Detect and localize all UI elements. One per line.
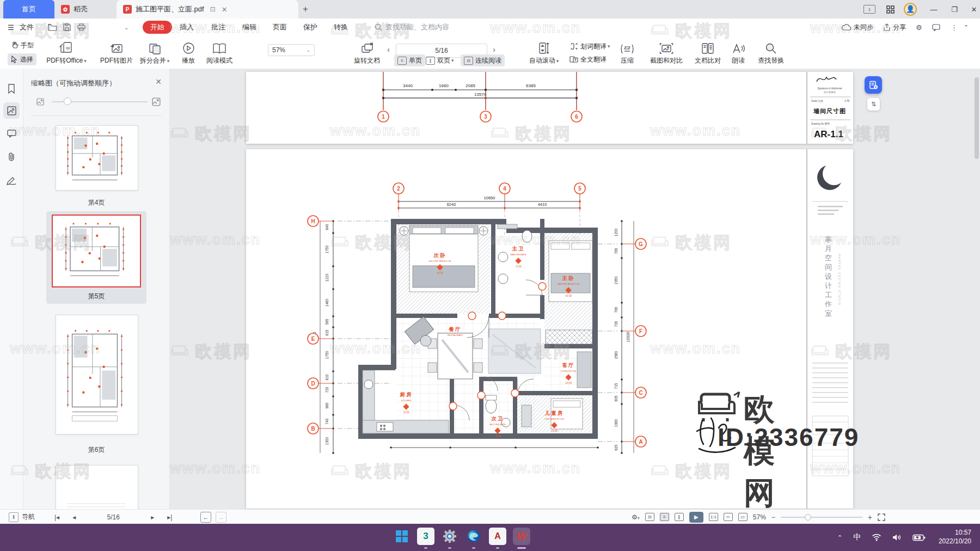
prev-page-icon-status[interactable]: ◂ — [72, 513, 76, 521]
tab-home[interactable]: 首页 — [3, 0, 54, 19]
taskbar-settings-icon[interactable] — [441, 528, 458, 545]
prev-page-icon[interactable]: ‹ — [387, 45, 390, 54]
status-double-page-icon[interactable]: ∥ — [675, 513, 684, 521]
status-fit-page-icon[interactable]: ▭ — [738, 513, 748, 521]
avatar[interactable]: 👤 — [904, 3, 917, 16]
status-zoom-out-icon[interactable]: − — [771, 513, 775, 521]
rotate-doc-button[interactable]: 旋转文档 — [350, 38, 384, 65]
save-icon[interactable] — [63, 19, 71, 36]
print-icon[interactable] — [77, 19, 85, 36]
restore-button[interactable]: ❐ — [945, 0, 964, 19]
next-page-icon-status[interactable]: ▸ — [151, 513, 154, 521]
cloud-sync-icon[interactable] — [842, 19, 852, 36]
menu-file[interactable]: 文件 — [20, 19, 34, 36]
open-folder-icon[interactable] — [48, 19, 57, 36]
status-fit-width-icon[interactable]: ⇿ — [724, 513, 733, 521]
tab-document[interactable]: P 施工图平面、立面.pdf ⊡ ✕ — [117, 0, 298, 19]
fullscreen-icon[interactable] — [878, 513, 885, 521]
status-continuous-icon[interactable]: ⊟ — [645, 513, 654, 521]
comment-icon[interactable] — [932, 19, 940, 36]
status-single-page-icon[interactable]: ≡ — [660, 513, 669, 521]
close-panel-icon[interactable]: ✕ — [155, 77, 162, 86]
hamburger-icon[interactable]: ☰ — [8, 19, 14, 36]
search-input[interactable]: 查找功能、文档内容 — [385, 19, 449, 36]
document-viewer[interactable]: 344016602085638513570136Signature of dra… — [170, 69, 980, 509]
thumbnail-page-5[interactable] — [52, 215, 141, 287]
assistant-float-button[interactable] — [865, 76, 882, 94]
taskbar-wps-icon[interactable]: W — [513, 528, 530, 545]
menu-start[interactable]: 开始 — [143, 19, 172, 36]
hand-tool[interactable]: 手型 — [8, 39, 37, 51]
read-mode-button[interactable]: 阅读模式 — [200, 38, 238, 65]
bookmark-icon[interactable] — [3, 81, 20, 97]
pdf-to-office-button[interactable]: W PDF转Office▾ — [40, 38, 93, 65]
find-replace-button[interactable]: 查找替换 — [751, 38, 791, 65]
menu-convert[interactable]: 转换 — [334, 19, 348, 36]
continuous-button[interactable]: ⊟连续阅读 — [461, 54, 505, 66]
more-icon[interactable]: ⋮ — [951, 19, 958, 36]
volume-icon[interactable] — [892, 534, 902, 541]
close-button[interactable]: ✕ — [965, 0, 980, 19]
zoom-slider[interactable] — [781, 517, 862, 518]
screenshot-compare-button[interactable]: 截图和对比 — [642, 38, 690, 65]
thumbnail-page-7[interactable] — [56, 465, 138, 509]
sync-status[interactable]: 未同步 — [854, 19, 873, 36]
share-icon[interactable] — [883, 19, 891, 36]
view-back-button[interactable]: ← — [200, 512, 211, 523]
new-tab-button[interactable]: + — [303, 4, 308, 15]
chevron-down-icon[interactable]: ⌄ — [124, 19, 128, 36]
view-forward-button[interactable]: → — [216, 512, 226, 523]
taskbar-3dsmax-icon[interactable]: 3 — [417, 528, 434, 545]
translate-word-button[interactable]: 划词翻译▾ — [566, 40, 614, 52]
tray-chevron-icon[interactable]: ⌃ — [837, 534, 842, 541]
thumbnail-panel-icon[interactable] — [3, 102, 20, 119]
zoom-select[interactable]: 57%⌄ — [268, 44, 315, 56]
vertical-scrollbar[interactable] — [975, 71, 979, 503]
app-grid-icon[interactable] — [881, 0, 899, 19]
status-zoom-in-icon[interactable]: + — [868, 513, 872, 522]
last-page-icon[interactable]: ▸| — [167, 513, 172, 521]
page-tools-float-button[interactable]: ⇅ — [867, 98, 880, 111]
first-page-icon[interactable]: |◂ — [54, 513, 59, 521]
gear-icon[interactable]: ⚙ — [916, 19, 922, 36]
status-play-button[interactable]: ▶ — [689, 512, 703, 523]
menu-protect[interactable]: 保护 — [303, 19, 317, 36]
large-image-icon[interactable] — [152, 97, 161, 106]
share-label[interactable]: 分享 — [893, 19, 906, 36]
menu-annotate[interactable]: 批注 — [211, 19, 225, 36]
start-button[interactable] — [393, 528, 411, 545]
comments-panel-icon[interactable] — [3, 125, 20, 142]
double-page-button[interactable]: ∥双页▾ — [422, 54, 457, 66]
monitor-icon[interactable]: ⊡ — [210, 5, 216, 13]
window-preview-icon[interactable]: 1 — [860, 0, 879, 19]
taskbar-autocad-icon[interactable]: A — [489, 528, 506, 545]
scrollbar-thumb[interactable] — [975, 77, 979, 159]
search-icon[interactable] — [375, 19, 382, 36]
doc-compare-button[interactable]: 文档比对 — [689, 38, 726, 65]
wifi-icon[interactable] — [872, 534, 881, 541]
menu-page[interactable]: 页面 — [273, 19, 287, 36]
attachment-icon[interactable] — [3, 148, 20, 164]
taskbar-clock[interactable]: 10:57 2022/10/20 — [939, 528, 971, 546]
collapse-toolbar-icon[interactable]: ⌃ — [964, 19, 969, 36]
next-page-icon[interactable]: › — [493, 45, 495, 54]
navigation-toggle[interactable]: ‖ 导航 — [9, 510, 35, 524]
small-image-icon[interactable] — [36, 98, 44, 106]
thumbnail-page-6[interactable] — [56, 315, 138, 434]
split-merge-button[interactable]: 拆分合并▾ — [133, 38, 176, 65]
minimize-button[interactable]: — — [924, 0, 943, 19]
thumbnail-page-4[interactable] — [56, 125, 138, 191]
single-page-button[interactable]: ≡单页 — [394, 54, 425, 66]
status-actual-size-icon[interactable]: 1:1 — [709, 513, 718, 521]
slider-knob[interactable] — [64, 97, 71, 105]
compress-button[interactable]: 压缩 — [614, 38, 640, 65]
ime-indicator[interactable]: 中 — [853, 532, 861, 542]
menu-insert[interactable]: 插入 — [180, 19, 194, 36]
read-aloud-button[interactable]: 朗读 — [725, 38, 751, 65]
select-tool[interactable]: 选择 — [8, 53, 36, 65]
signature-icon[interactable] — [3, 172, 20, 188]
tab-docer[interactable]: ✿ 稻壳 — [54, 0, 115, 19]
autoscroll-button[interactable]: 自动滚动▾ — [524, 38, 564, 65]
status-settings-icon[interactable]: ⚙▾ — [632, 513, 640, 521]
status-page-indicator[interactable]: 5/16 — [89, 513, 138, 521]
